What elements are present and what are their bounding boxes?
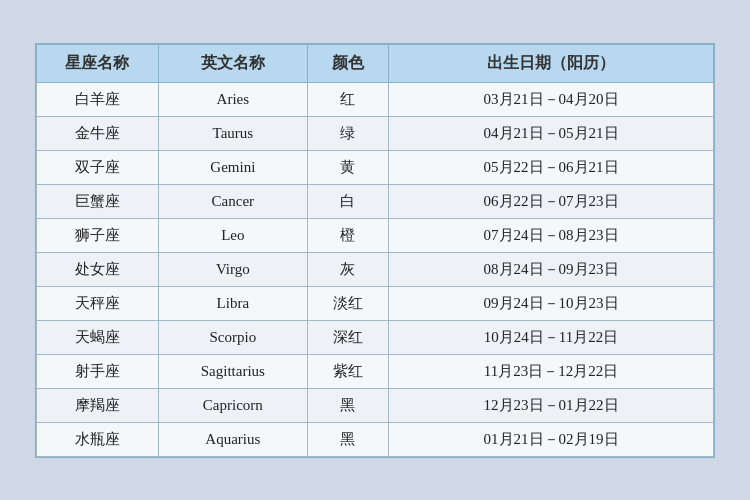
cell-english: Scorpio bbox=[158, 320, 307, 354]
cell-color: 白 bbox=[307, 184, 388, 218]
cell-date: 04月21日－05月21日 bbox=[389, 116, 714, 150]
header-english: 英文名称 bbox=[158, 44, 307, 82]
cell-color: 淡红 bbox=[307, 286, 388, 320]
cell-english: Capricorn bbox=[158, 388, 307, 422]
cell-date: 11月23日－12月22日 bbox=[389, 354, 714, 388]
table-row: 巨蟹座Cancer白06月22日－07月23日 bbox=[37, 184, 714, 218]
cell-date: 08月24日－09月23日 bbox=[389, 252, 714, 286]
table-header-row: 星座名称 英文名称 颜色 出生日期（阳历） bbox=[37, 44, 714, 82]
table-row: 金牛座Taurus绿04月21日－05月21日 bbox=[37, 116, 714, 150]
cell-date: 10月24日－11月22日 bbox=[389, 320, 714, 354]
cell-color: 灰 bbox=[307, 252, 388, 286]
cell-english: Aquarius bbox=[158, 422, 307, 456]
cell-color: 橙 bbox=[307, 218, 388, 252]
cell-date: 12月23日－01月22日 bbox=[389, 388, 714, 422]
header-color: 颜色 bbox=[307, 44, 388, 82]
cell-date: 01月21日－02月19日 bbox=[389, 422, 714, 456]
cell-color: 深红 bbox=[307, 320, 388, 354]
table-body: 白羊座Aries红03月21日－04月20日金牛座Taurus绿04月21日－0… bbox=[37, 82, 714, 456]
cell-date: 03月21日－04月20日 bbox=[389, 82, 714, 116]
cell-english: Aries bbox=[158, 82, 307, 116]
cell-chinese: 双子座 bbox=[37, 150, 159, 184]
cell-chinese: 狮子座 bbox=[37, 218, 159, 252]
cell-chinese: 处女座 bbox=[37, 252, 159, 286]
table-row: 射手座Sagittarius紫红11月23日－12月22日 bbox=[37, 354, 714, 388]
table-row: 天蝎座Scorpio深红10月24日－11月22日 bbox=[37, 320, 714, 354]
cell-date: 09月24日－10月23日 bbox=[389, 286, 714, 320]
cell-english: Gemini bbox=[158, 150, 307, 184]
zodiac-table-container: 星座名称 英文名称 颜色 出生日期（阳历） 白羊座Aries红03月21日－04… bbox=[35, 43, 715, 458]
table-row: 双子座Gemini黄05月22日－06月21日 bbox=[37, 150, 714, 184]
zodiac-table: 星座名称 英文名称 颜色 出生日期（阳历） 白羊座Aries红03月21日－04… bbox=[36, 44, 714, 457]
table-row: 摩羯座Capricorn黑12月23日－01月22日 bbox=[37, 388, 714, 422]
cell-color: 黄 bbox=[307, 150, 388, 184]
cell-color: 紫红 bbox=[307, 354, 388, 388]
cell-date: 06月22日－07月23日 bbox=[389, 184, 714, 218]
table-row: 处女座Virgo灰08月24日－09月23日 bbox=[37, 252, 714, 286]
cell-chinese: 巨蟹座 bbox=[37, 184, 159, 218]
cell-english: Leo bbox=[158, 218, 307, 252]
cell-english: Libra bbox=[158, 286, 307, 320]
cell-color: 红 bbox=[307, 82, 388, 116]
table-row: 天秤座Libra淡红09月24日－10月23日 bbox=[37, 286, 714, 320]
cell-english: Sagittarius bbox=[158, 354, 307, 388]
cell-english: Taurus bbox=[158, 116, 307, 150]
cell-date: 07月24日－08月23日 bbox=[389, 218, 714, 252]
cell-chinese: 白羊座 bbox=[37, 82, 159, 116]
table-row: 水瓶座Aquarius黑01月21日－02月19日 bbox=[37, 422, 714, 456]
cell-english: Virgo bbox=[158, 252, 307, 286]
table-row: 白羊座Aries红03月21日－04月20日 bbox=[37, 82, 714, 116]
cell-chinese: 射手座 bbox=[37, 354, 159, 388]
cell-english: Cancer bbox=[158, 184, 307, 218]
header-chinese: 星座名称 bbox=[37, 44, 159, 82]
cell-chinese: 天蝎座 bbox=[37, 320, 159, 354]
cell-chinese: 摩羯座 bbox=[37, 388, 159, 422]
cell-color: 绿 bbox=[307, 116, 388, 150]
cell-chinese: 金牛座 bbox=[37, 116, 159, 150]
cell-date: 05月22日－06月21日 bbox=[389, 150, 714, 184]
table-row: 狮子座Leo橙07月24日－08月23日 bbox=[37, 218, 714, 252]
cell-chinese: 水瓶座 bbox=[37, 422, 159, 456]
cell-color: 黑 bbox=[307, 422, 388, 456]
cell-color: 黑 bbox=[307, 388, 388, 422]
cell-chinese: 天秤座 bbox=[37, 286, 159, 320]
header-date: 出生日期（阳历） bbox=[389, 44, 714, 82]
